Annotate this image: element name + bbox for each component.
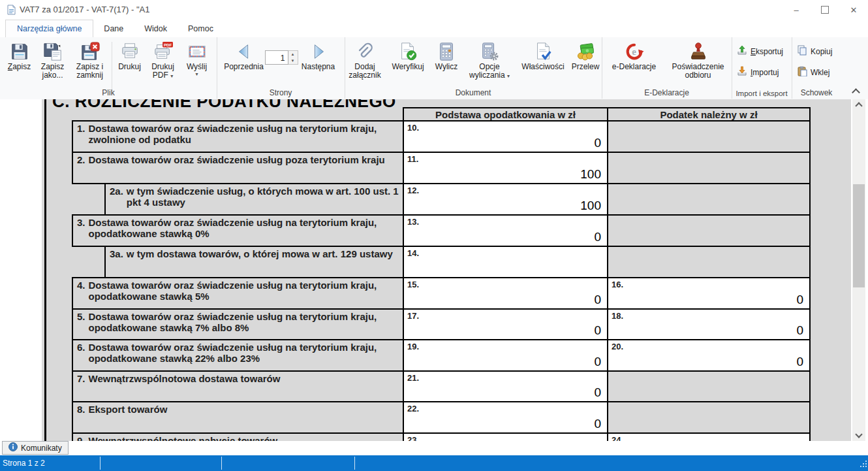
save-and-close-button[interactable]: Zapisz i zamknij xyxy=(70,39,110,80)
dropdown-arrow: ▾ xyxy=(187,71,207,78)
verify-button[interactable]: Weryfikuj xyxy=(385,39,431,71)
table-row-4: 4.Dostawa towarów oraz świadczenie usług… xyxy=(42,277,811,310)
group-label-dokument: Dokument xyxy=(345,88,602,97)
vertical-scrollbar[interactable] xyxy=(852,99,865,441)
group-label-schowek: Schowek xyxy=(792,88,841,97)
row-label: 3a.w tym dostawa towarów, o której mowa … xyxy=(104,246,404,278)
messages-tab-label: Komunikaty xyxy=(21,444,62,453)
close-icon[interactable]: ✕ xyxy=(839,0,868,20)
group-label-strony: Strony xyxy=(217,88,345,97)
table-row-9: 9.Wewnątrzwspólnotowe nabycie towarów 23… xyxy=(42,432,811,441)
messages-tab[interactable]: Komunikaty xyxy=(2,441,69,455)
cell-23[interactable]: 23. xyxy=(403,432,608,441)
row-label: 6.Dostawa towarów oraz świadczenie usług… xyxy=(72,339,404,372)
cell-disabled xyxy=(607,370,811,402)
title-bar: VAT7 za 01/2017 - VAT-7(17) - "A1 – ✕ xyxy=(0,0,868,20)
cell-disabled xyxy=(607,120,811,153)
cell-disabled xyxy=(607,401,811,434)
spinner-down-icon[interactable]: ▼ xyxy=(288,57,298,64)
cell-10[interactable]: 10.0 xyxy=(403,120,608,153)
save-close-icon xyxy=(80,41,100,63)
tab-pomoc[interactable]: Pomoc xyxy=(178,20,224,37)
statusbar-divider xyxy=(221,457,222,470)
money-icon xyxy=(576,41,595,63)
spinner-up-icon[interactable]: ▲ xyxy=(288,51,298,57)
cell-19[interactable]: 19.0 xyxy=(403,339,608,372)
table-row-2: 2.Dostawa towarów oraz świadczenie usług… xyxy=(42,152,811,184)
calculate-button[interactable]: Wylicz xyxy=(431,39,462,71)
receipt-confirmation-button[interactable]: Poświadczenie odbioru xyxy=(666,39,731,80)
print-icon xyxy=(120,41,140,63)
print-button[interactable]: Drukuj xyxy=(114,39,146,71)
cell-15[interactable]: 15.0 xyxy=(403,277,608,310)
cell-disabled xyxy=(607,246,811,278)
add-attachment-button[interactable]: Dodaj załącznik xyxy=(345,39,385,80)
print-pdf-button[interactable]: PDF Drukuj PDF ▾ xyxy=(146,39,181,80)
send-button[interactable]: Wyślij▾ xyxy=(181,39,213,78)
ribbon-group-import-eksport: Eksportuj Importuj Import i eksport xyxy=(732,37,792,99)
tab-narzedzia-glowne[interactable]: Narzędzia główne xyxy=(5,20,93,37)
cell-18[interactable]: 18.0 xyxy=(607,308,811,340)
collapse-ribbon-icon[interactable] xyxy=(853,89,859,95)
group-label-edeklaracje: E-Deklaracje xyxy=(602,88,732,97)
cell-22[interactable]: 22.0 xyxy=(403,401,608,434)
resize-grip-icon[interactable] xyxy=(860,459,867,470)
export-button[interactable]: Eksportuj xyxy=(737,45,792,57)
tab-widok[interactable]: Widok xyxy=(134,20,178,37)
properties-icon xyxy=(533,41,553,63)
svg-text:e: e xyxy=(632,46,636,57)
svg-text:PDF: PDF xyxy=(163,42,171,47)
messages-bar: Komunikaty xyxy=(0,441,868,455)
statusbar-divider xyxy=(100,457,101,470)
cell-12[interactable]: 12.100 xyxy=(403,183,608,216)
calc-options-icon xyxy=(480,41,499,63)
scrollbar-thumb[interactable] xyxy=(853,184,865,287)
dropdown-arrow: ▾ xyxy=(507,73,510,79)
cell-13[interactable]: 13.0 xyxy=(403,214,608,247)
edeklaracje-icon: e xyxy=(625,41,644,63)
page-number-input[interactable]: 1 xyxy=(265,50,288,65)
table-row-2a: 2a.w tym świadczenie usług, o których mo… xyxy=(42,183,811,216)
row-label: 8.Eksport towarów xyxy=(72,401,404,434)
previous-page-button[interactable]: Poprzednia xyxy=(223,39,265,71)
copy-button[interactable]: Kopiuj xyxy=(797,45,841,57)
cell-16[interactable]: 16.0 xyxy=(607,277,811,310)
app-window: VAT7 za 01/2017 - VAT-7(17) - "A1 – ✕ Na… xyxy=(0,0,868,471)
cell-17[interactable]: 17.0 xyxy=(403,308,608,340)
page-status: Strona 1 z 2 xyxy=(3,455,45,471)
form-page: C. ROZLICZENIE PODATKU NALEŻNEGO Podstaw… xyxy=(42,99,851,441)
import-button[interactable]: Importuj xyxy=(737,66,792,78)
properties-button[interactable]: Właściwości xyxy=(517,39,569,71)
ribbon-group-edeklaracje: e e-Deklaracje Poświadczenie odbioru E-D… xyxy=(602,37,732,99)
maximize-icon[interactable] xyxy=(811,0,839,20)
save-as-icon xyxy=(43,41,63,63)
next-page-button[interactable]: Następna xyxy=(298,39,339,71)
tab-dane[interactable]: Dane xyxy=(93,20,134,37)
minimize-icon[interactable]: – xyxy=(782,0,811,20)
cell-21[interactable]: 21.0 xyxy=(403,370,608,402)
save-button[interactable]: Zapisz xyxy=(4,39,35,71)
calc-options-button[interactable]: Opcje wyliczania ▾ xyxy=(462,39,517,80)
paste-button[interactable]: Wklej xyxy=(797,66,841,78)
cell-24[interactable]: 24. xyxy=(607,432,811,441)
table-row-1: 1.Dostawa towarów oraz świadczenie usług… xyxy=(42,120,811,153)
edeklaracje-button[interactable]: e e-Deklaracje xyxy=(603,39,666,71)
ribbon-separator xyxy=(112,42,112,93)
cell-11[interactable]: 11.100 xyxy=(403,152,608,184)
save-as-button[interactable]: Zapisz jako... xyxy=(35,39,70,80)
scroll-down-icon[interactable] xyxy=(852,430,865,441)
stamp-icon xyxy=(689,41,708,63)
save-icon xyxy=(10,41,29,63)
ribbon-group-schowek: Kopiuj Wklej Schowek xyxy=(792,37,841,99)
table-row-7: 7.Wewnątrzwspólnotowa dostawa towarów 21… xyxy=(42,370,811,402)
previous-arrow-icon xyxy=(234,41,254,63)
transfer-button[interactable]: Przelew xyxy=(569,39,602,71)
cell-14[interactable]: 14. xyxy=(403,246,608,278)
row-label: 7.Wewnątrzwspólnotowa dostawa towarów xyxy=(72,370,404,402)
page-number-spinner: 1 ▲ ▼ xyxy=(265,50,298,65)
cell-20[interactable]: 20.0 xyxy=(607,339,811,372)
scroll-up-icon[interactable] xyxy=(852,99,865,110)
table-header-row: Podstawa opodatkowania w zł Podatek nale… xyxy=(42,107,811,122)
row-label: 9.Wewnątrzwspólnotowe nabycie towarów xyxy=(72,432,404,441)
ribbon-tab-bar: Narzędzia główne Dane Widok Pomoc xyxy=(0,20,868,37)
